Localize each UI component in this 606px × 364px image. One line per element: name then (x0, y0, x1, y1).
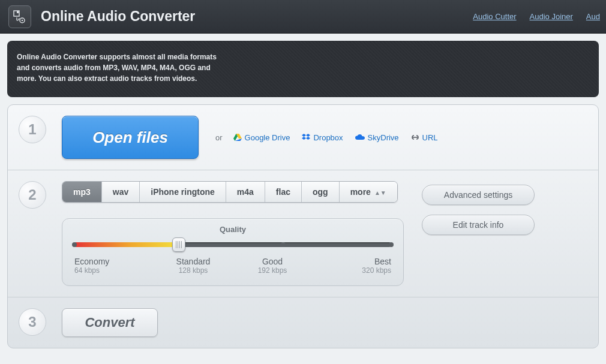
tab-ogg[interactable]: ogg (302, 182, 340, 202)
tab-m4a[interactable]: m4a (226, 182, 265, 202)
or-label: or (215, 133, 223, 142)
advanced-settings-button[interactable]: Advanced settings (422, 185, 535, 205)
app-logo-icon (8, 5, 31, 28)
svg-marker-8 (306, 134, 310, 137)
slider-stop-best (389, 242, 394, 247)
description-panel: Online Audio Converter supports almost a… (7, 41, 599, 97)
quality-labels: Economy64 kbps Standard128 kbps Good192 … (74, 257, 391, 275)
svg-marker-7 (302, 134, 306, 137)
slider-stop-good (281, 242, 286, 247)
dropbox-icon (302, 134, 310, 141)
step-1-section: 1 Open files or Google Drive Dropbox (8, 105, 598, 170)
quality-label: Standard (154, 257, 233, 266)
quality-slider[interactable] (74, 242, 391, 247)
quality-rate: 320 kbps (312, 266, 391, 275)
side-buttons: Advanced settings Edit track info (422, 185, 535, 235)
step-3-section: 3 Convert (8, 297, 598, 348)
source-url[interactable]: URL (411, 133, 438, 142)
quality-label: Economy (74, 257, 154, 266)
header-links: Audio Cutter Audio Joiner Aud (473, 12, 606, 21)
tab-mp3[interactable]: mp3 (62, 182, 102, 202)
source-label: SkyDrive (368, 133, 399, 142)
quality-rate: 192 kbps (233, 266, 312, 275)
source-label: URL (422, 133, 438, 142)
open-files-button[interactable]: Open files (62, 116, 199, 159)
tab-more[interactable]: more▲▼ (340, 182, 397, 202)
chevron-up-down-icon: ▲▼ (374, 189, 386, 196)
step-2-badge: 2 (19, 181, 46, 209)
quality-rate: 64 kbps (74, 266, 154, 275)
tab-iphone-ringtone[interactable]: iPhone ringtone (140, 182, 226, 202)
top-bar: Online Audio Converter Audio Cutter Audi… (0, 0, 606, 34)
source-google-drive[interactable]: Google Drive (233, 133, 290, 142)
step-3-badge: 3 (19, 308, 46, 336)
tab-flac[interactable]: flac (265, 182, 302, 202)
source-label: Google Drive (245, 133, 290, 142)
source-dropbox[interactable]: Dropbox (302, 133, 343, 142)
slider-fill (74, 242, 179, 247)
svg-rect-1 (17, 11, 19, 13)
tab-wav[interactable]: wav (102, 182, 140, 202)
format-tabs: mp3 wav iPhone ringtone m4a flac ogg mor… (62, 181, 398, 203)
quality-label: Best (312, 257, 391, 266)
convert-button[interactable]: Convert (62, 308, 158, 337)
link-audio-joiner[interactable]: Audio Joiner (530, 12, 573, 21)
source-skydrive[interactable]: SkyDrive (355, 133, 399, 142)
slider-stop-economy (72, 242, 77, 247)
slider-handle[interactable] (172, 237, 185, 252)
link-audio-cutter[interactable]: Audio Cutter (473, 12, 516, 21)
edit-track-info-button[interactable]: Edit track info (422, 215, 535, 235)
main-panel: 1 Open files or Google Drive Dropbox (7, 104, 599, 348)
step-2-section: 2 mp3 wav iPhone ringtone m4a flac ogg m… (8, 170, 598, 297)
svg-marker-10 (306, 137, 310, 140)
link-audio-truncated[interactable]: Aud (586, 12, 600, 21)
quality-label: Good (233, 257, 312, 266)
tab-more-label: more (350, 187, 371, 197)
svg-marker-9 (302, 137, 306, 140)
quality-rate: 128 kbps (154, 266, 233, 275)
step-1-badge: 1 (19, 116, 46, 143)
app-title: Online Audio Converter (41, 8, 195, 25)
quality-title: Quality (74, 225, 391, 234)
link-icon (411, 134, 419, 140)
skydrive-icon (355, 134, 365, 140)
svg-point-3 (22, 19, 23, 21)
source-label: Dropbox (313, 133, 343, 142)
google-drive-icon (233, 134, 242, 141)
description-text: Online Audio Converter supports almost a… (17, 52, 221, 84)
quality-panel: Quality Economy64 kbps Standard128 kbps … (62, 218, 404, 286)
